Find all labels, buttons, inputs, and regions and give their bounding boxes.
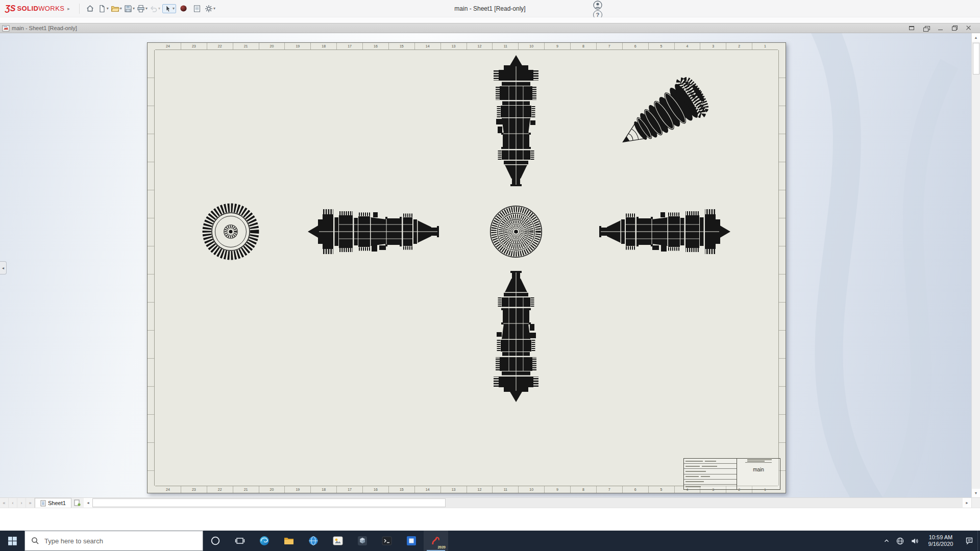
- sphere-button[interactable]: [177, 2, 190, 15]
- collapse-pane-arrow[interactable]: ◄: [0, 261, 7, 274]
- options-button[interactable]: ▾: [205, 5, 215, 13]
- zone-number: 4: [674, 43, 700, 49]
- home-button[interactable]: [84, 2, 97, 15]
- taskbar-clock[interactable]: 10:59 AM 9/16/2020: [921, 534, 961, 547]
- file-explorer-icon: [283, 535, 295, 547]
- new-document-button[interactable]: ▾: [98, 5, 109, 13]
- drawing-view-axial-center[interactable]: [486, 202, 546, 261]
- scroll-right-button[interactable]: ►: [963, 498, 971, 508]
- dropdown-caret-icon[interactable]: ▾: [158, 6, 160, 11]
- scroll-down-button[interactable]: ▼: [972, 489, 980, 497]
- drawing-sheet[interactable]: 242322212019181716151413121110987654321 …: [147, 42, 786, 493]
- horizontal-scroll-thumb[interactable]: [92, 498, 446, 507]
- zone-number: 23: [181, 486, 207, 493]
- dropdown-caret-icon[interactable]: ▾: [173, 6, 175, 11]
- zone-number: 15: [388, 43, 414, 49]
- sphere-icon: [180, 5, 187, 12]
- next-sheet-button[interactable]: ›: [17, 498, 26, 508]
- first-sheet-button[interactable]: «: [0, 498, 9, 508]
- drawing-view-bottom[interactable]: [486, 269, 546, 404]
- show-desktop-button[interactable]: [977, 531, 980, 551]
- browser-globe-button[interactable]: [301, 531, 326, 551]
- scroll-left-button[interactable]: ◄: [84, 498, 92, 508]
- task-view-button[interactable]: [228, 531, 252, 551]
- scroll-up-button[interactable]: ▲: [972, 33, 980, 42]
- file-explorer-button[interactable]: [277, 531, 301, 551]
- previous-sheet-button[interactable]: ‹: [9, 498, 17, 508]
- zone-number: 8: [570, 43, 596, 49]
- zone-number: 12: [467, 486, 493, 493]
- file-properties-button[interactable]: [190, 2, 204, 15]
- solidworks-logo[interactable]: ƷS SOLIDWORKS: [5, 4, 64, 13]
- dropdown-caret-icon[interactable]: ▾: [213, 6, 215, 11]
- undo-button[interactable]: ▾: [150, 5, 160, 13]
- zone-number: 23: [181, 43, 207, 49]
- add-sheet-button[interactable]: [71, 498, 84, 508]
- child-minimize-button[interactable]: [935, 24, 945, 32]
- taskbar-search[interactable]: [24, 531, 203, 551]
- zone-number: 18: [310, 43, 336, 49]
- windows-logo-icon: [8, 537, 17, 545]
- account-button[interactable]: [592, 0, 603, 10]
- child-window-button-1[interactable]: [906, 24, 917, 32]
- print-icon: [137, 5, 145, 13]
- graphics-area[interactable]: 242322212019181716151413121110987654321 …: [0, 33, 980, 497]
- dropdown-caret-icon[interactable]: ▾: [133, 6, 135, 11]
- save-button[interactable]: ▾: [124, 5, 135, 13]
- edge-button[interactable]: [252, 531, 277, 551]
- chevron-up-icon: [883, 537, 891, 545]
- command-prompt-button[interactable]: [375, 531, 399, 551]
- zone-number: 12: [467, 43, 493, 49]
- child-close-button[interactable]: [964, 24, 974, 32]
- print-button[interactable]: ▾: [137, 5, 148, 13]
- volume-button[interactable]: [907, 531, 921, 551]
- dropdown-caret-icon[interactable]: ▾: [107, 6, 109, 11]
- last-sheet-button[interactable]: »: [26, 498, 35, 508]
- app-titlebar: ƷS SOLIDWORKS ▸ ▾ ▾ ▾ ▾ ▾ ▾: [0, 0, 980, 17]
- menu-flyout-arrow-icon[interactable]: ▸: [67, 6, 70, 11]
- cube-app-button[interactable]: [350, 531, 375, 551]
- zone-number: 17: [336, 43, 362, 49]
- save-floppy-icon: [124, 5, 132, 13]
- drawing-view-right[interactable]: [597, 202, 732, 261]
- search-input[interactable]: [44, 537, 182, 545]
- dropdown-caret-icon[interactable]: ▾: [120, 6, 122, 11]
- drawing-name: main: [753, 467, 764, 472]
- drawing-view-left-fan[interactable]: [200, 201, 262, 263]
- tray-overflow-button[interactable]: [880, 531, 893, 551]
- horizontal-scroll-track[interactable]: [92, 498, 963, 508]
- start-button[interactable]: [0, 531, 24, 551]
- drawing-view-top[interactable]: [486, 54, 546, 188]
- zone-number: 15: [388, 486, 414, 493]
- vertical-scrollbar[interactable]: ▲ ▼: [971, 33, 980, 497]
- photos-button[interactable]: [326, 531, 350, 551]
- child-restore-button[interactable]: [949, 24, 960, 32]
- child-window-button-2[interactable]: [921, 24, 931, 32]
- clock-time: 10:59 AM: [921, 534, 960, 541]
- drawing-view-isometric[interactable]: [613, 70, 722, 156]
- minimize-icon: [938, 30, 943, 30]
- options-gear-icon: [205, 5, 213, 13]
- cortana-button[interactable]: [203, 531, 228, 551]
- desktop: ƷS SOLIDWORKS ▸ ▾ ▾ ▾ ▾ ▾ ▾: [0, 0, 980, 551]
- network-button[interactable]: [893, 531, 907, 551]
- open-button[interactable]: ▾: [111, 5, 122, 13]
- drawing-view-front[interactable]: [306, 202, 441, 261]
- zone-number: 13: [440, 43, 467, 49]
- solidworks-year-badge: 2020: [437, 545, 446, 549]
- dropdown-caret-icon[interactable]: ▾: [145, 6, 148, 11]
- tab-sheet1[interactable]: Sheet1: [35, 498, 71, 508]
- blue-app-icon: [405, 535, 418, 547]
- zone-number: 10: [518, 486, 544, 493]
- zone-ticks-left: [148, 50, 155, 486]
- horizontal-scrollbar[interactable]: ◄ ►: [84, 498, 971, 508]
- select-tool-button[interactable]: ▾: [162, 4, 176, 13]
- vertical-scroll-thumb[interactable]: [973, 43, 979, 74]
- solidworks-taskbar-button[interactable]: 2020: [424, 531, 448, 551]
- home-icon: [86, 4, 94, 13]
- blue-app-button[interactable]: [399, 531, 424, 551]
- zone-number: 6: [622, 486, 648, 493]
- action-center-button[interactable]: [961, 531, 977, 551]
- title-block-table: [684, 459, 737, 489]
- system-tray: 10:59 AM 9/16/2020: [880, 531, 980, 551]
